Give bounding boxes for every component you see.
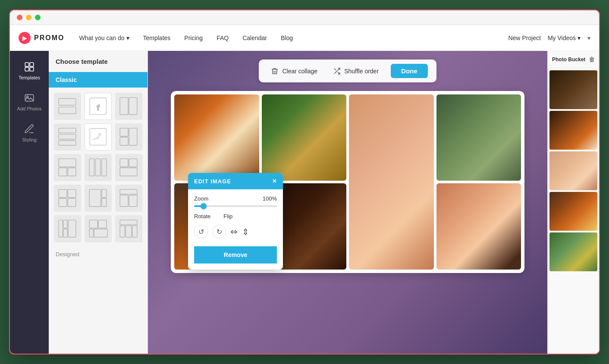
layout-icon-wide: [119, 188, 138, 207]
flip-horizontal-button[interactable]: ⇔: [230, 226, 238, 237]
shuffle-order-button[interactable]: Shuffle order: [330, 66, 382, 77]
collage-cell-2[interactable]: [262, 94, 347, 181]
collage-cell-1[interactable]: [174, 94, 259, 181]
bucket-photo-1[interactable]: [549, 70, 597, 109]
layout-icon-mixed1: [119, 127, 138, 146]
svg-rect-38: [59, 220, 63, 238]
template-thumb-twitter[interactable]: [85, 123, 112, 151]
twitter-icon: [89, 128, 107, 146]
done-button[interactable]: Done: [391, 64, 428, 78]
sidebar-icons: Templates Add Photos Styling: [10, 51, 49, 354]
template-thumb-row3c[interactable]: [115, 154, 142, 181]
template-thumb-3col[interactable]: [85, 154, 112, 181]
edit-image-popup: EDIT IMAGE × Zoom 100% Rotate: [188, 173, 283, 270]
nav-calendar[interactable]: Calendar: [236, 31, 273, 45]
flip-vertical-button[interactable]: ⇔: [241, 228, 251, 235]
traffic-light-red[interactable]: [17, 15, 22, 20]
bucket-photo-5[interactable]: [549, 232, 597, 271]
nav-logo[interactable]: ▶ PROMO: [19, 32, 64, 44]
rotate-right-button[interactable]: ↻: [212, 225, 226, 238]
photo-bucket-grid: [548, 69, 599, 354]
collage-cell-3[interactable]: [349, 94, 434, 270]
layout-icon-row3c: [119, 158, 138, 177]
template-thumb-mixed1[interactable]: [115, 123, 142, 151]
bucket-photo-3[interactable]: [549, 151, 597, 190]
template-thumb-facebook[interactable]: f: [85, 93, 112, 120]
bucket-photo-4[interactable]: [549, 192, 597, 231]
rotate-left-button[interactable]: ↺: [194, 225, 208, 238]
template-thumb-5c[interactable]: [115, 215, 142, 242]
edit-image-header: EDIT IMAGE ×: [188, 173, 283, 189]
nav-what-you-can-do[interactable]: What you can do ▾: [73, 31, 135, 45]
svg-rect-34: [102, 199, 107, 207]
svg-rect-6: [59, 99, 76, 105]
svg-rect-27: [120, 168, 138, 176]
template-thumb-4grid[interactable]: [54, 185, 81, 212]
sidebar-item-styling[interactable]: Styling: [10, 117, 49, 148]
svg-text:f: f: [97, 103, 100, 112]
new-project-button[interactable]: New Project: [508, 35, 540, 41]
svg-rect-46: [120, 220, 138, 225]
collage-cell-4[interactable]: [436, 94, 521, 181]
collage-container: EDIT IMAGE × Zoom 100% Rotate: [171, 91, 524, 273]
svg-rect-13: [59, 135, 76, 139]
svg-rect-7: [59, 107, 76, 114]
svg-rect-32: [90, 190, 101, 207]
edit-image-close-button[interactable]: ×: [273, 177, 277, 185]
svg-rect-14: [59, 141, 76, 145]
layout-icon-featured: [88, 188, 107, 207]
template-panel: Choose template Classic f: [49, 51, 148, 354]
bucket-photo-2[interactable]: [549, 111, 597, 150]
svg-rect-28: [59, 190, 67, 198]
nav-pricing[interactable]: Pricing: [178, 31, 209, 45]
svg-rect-20: [59, 168, 67, 176]
nav-blog[interactable]: Blog: [275, 31, 299, 45]
svg-rect-35: [120, 190, 138, 195]
my-videos-button[interactable]: My Videos ▾: [548, 35, 581, 41]
sidebar-item-add-photos[interactable]: Add Photos: [10, 86, 49, 117]
nav-templates[interactable]: Templates: [137, 31, 177, 45]
svg-rect-19: [59, 159, 76, 167]
collage-cell-7[interactable]: [436, 183, 521, 270]
template-thumb-featured[interactable]: [85, 185, 112, 212]
grid-icon: [24, 61, 35, 72]
svg-rect-10: [120, 98, 129, 115]
svg-rect-2: [25, 67, 29, 71]
nav-faq[interactable]: FAQ: [210, 31, 235, 45]
template-category-classic[interactable]: Classic: [49, 72, 148, 88]
template-thumb-row3a[interactable]: [54, 154, 81, 181]
zoom-slider[interactable]: [194, 205, 277, 207]
designed-label: Designed: [49, 248, 148, 261]
sidebar-item-templates[interactable]: Templates: [10, 55, 49, 86]
chevron-down-icon: ▾: [578, 35, 581, 41]
remove-button[interactable]: Remove: [194, 246, 277, 264]
template-thumb-wide[interactable]: [115, 185, 142, 212]
logo-icon: ▶: [19, 32, 31, 44]
svg-line-52: [334, 69, 336, 70]
template-thumb-2col[interactable]: [115, 93, 142, 120]
template-panel-header: Choose template: [49, 51, 148, 72]
svg-rect-1: [30, 63, 34, 66]
traffic-light-yellow[interactable]: [26, 15, 31, 20]
nav-chevron[interactable]: ▾: [587, 35, 590, 41]
svg-rect-40: [69, 220, 76, 238]
main-layout: Templates Add Photos Styling Choose: [10, 51, 599, 354]
svg-rect-47: [120, 226, 125, 237]
svg-rect-12: [59, 129, 76, 133]
traffic-light-green[interactable]: [35, 15, 41, 20]
layout-icon-4grid: [58, 188, 77, 207]
template-thumb-5a[interactable]: [54, 215, 81, 242]
photo-bucket: Photo Bucket 🗑: [547, 51, 599, 354]
layout-icon-5b: [88, 219, 107, 238]
template-thumb-1[interactable]: [54, 93, 81, 120]
shuffle-icon: [333, 67, 341, 75]
photo-bucket-trash-icon[interactable]: 🗑: [589, 56, 595, 63]
template-thumb-3row[interactable]: [54, 123, 81, 151]
svg-rect-42: [90, 220, 98, 229]
svg-rect-49: [132, 226, 137, 237]
clear-collage-button[interactable]: Clear collage: [267, 66, 321, 77]
template-thumb-5b[interactable]: [85, 215, 112, 242]
svg-rect-21: [68, 168, 76, 176]
svg-rect-16: [120, 129, 129, 137]
svg-rect-18: [120, 138, 129, 146]
